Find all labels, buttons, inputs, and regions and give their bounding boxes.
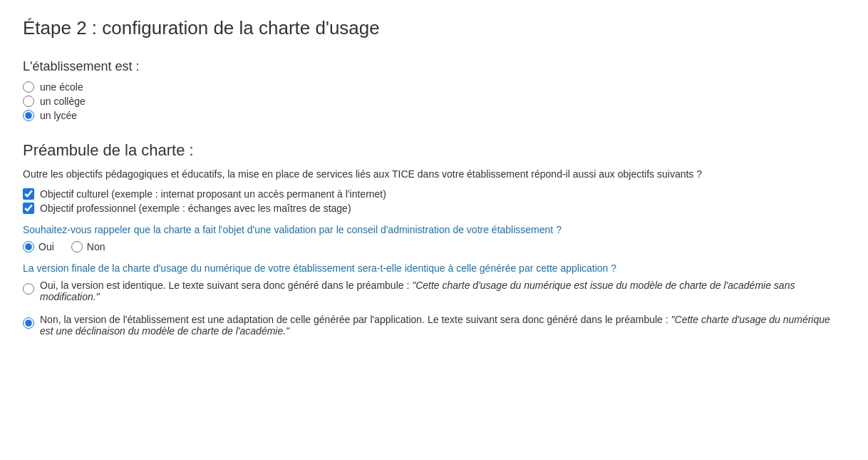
objectif-professionnel-item[interactable]: Objectif professionnel (exemple : échang… xyxy=(23,203,845,214)
objectif-professionnel-label: Objectif professionnel (exemple : échang… xyxy=(40,203,351,214)
etablissement-radio-group: une école un collège un lycée xyxy=(23,81,845,121)
objectif-professionnel-checkbox[interactable] xyxy=(23,203,34,214)
etablissement-ecole-label: une école xyxy=(40,81,83,93)
etablissement-label: L'établissement est : xyxy=(23,59,845,74)
version-adaptation-item[interactable] xyxy=(23,315,34,329)
objectifs-question: Outre les objectifs pédagogiques et éduc… xyxy=(23,168,845,180)
version-identique-radio[interactable] xyxy=(23,283,34,295)
validation-non-label: Non xyxy=(87,241,105,252)
validation-oui-label: Oui xyxy=(38,241,54,252)
etablissement-option-ecole[interactable]: une école xyxy=(23,81,845,93)
etablissement-section: L'établissement est : une école un collè… xyxy=(23,59,845,121)
etablissement-option-lycee[interactable]: un lycée xyxy=(23,110,845,121)
etablissement-radio-college[interactable] xyxy=(23,96,34,107)
validation-radio-group: Oui Non xyxy=(23,241,845,252)
etablissement-college-label: un collège xyxy=(40,96,86,107)
version-adaptation-block: Non, la version de l'établissement est u… xyxy=(23,314,845,337)
preambule-section: Préambule de la charte : Outre les objec… xyxy=(23,141,845,341)
etablissement-radio-lycee[interactable] xyxy=(23,110,34,121)
objectif-culturel-label: Objectif culturel (exemple : internat pr… xyxy=(40,188,386,200)
objectifs-checkbox-group: Objectif culturel (exemple : internat pr… xyxy=(23,188,845,214)
validation-non-radio[interactable] xyxy=(71,241,83,252)
version-adaptation-text: Non, la version de l'établissement est u… xyxy=(40,314,845,337)
objectif-culturel-item[interactable]: Objectif culturel (exemple : internat pr… xyxy=(23,188,845,200)
preambule-title: Préambule de la charte : xyxy=(23,141,845,160)
objectif-culturel-checkbox[interactable] xyxy=(23,188,34,200)
page-title: Étape 2 : configuration de la charte d'u… xyxy=(23,17,845,39)
version-identique-text: Oui, la version est identique. Le texte … xyxy=(40,280,845,302)
version-identique-label: Oui, la version est identique. Le texte … xyxy=(40,280,412,291)
etablissement-radio-ecole[interactable] xyxy=(23,81,34,93)
version-adaptation-label: Non, la version de l'établissement est u… xyxy=(40,314,671,325)
etablissement-lycee-label: un lycée xyxy=(40,110,77,121)
version-radio-group: Oui, la version est identique. Le texte … xyxy=(23,280,845,341)
version-adaptation-radio[interactable] xyxy=(23,317,34,329)
etablissement-option-college[interactable]: un collège xyxy=(23,96,845,107)
validation-oui-radio[interactable] xyxy=(23,241,34,252)
version-identique-block: Oui, la version est identique. Le texte … xyxy=(23,280,845,302)
validation-non-item[interactable]: Non xyxy=(71,241,105,252)
validation-oui-item[interactable]: Oui xyxy=(23,241,54,252)
version-question: La version finale de la charte d'usage d… xyxy=(23,262,845,274)
validation-question: Souhaitez-vous rappeler que la charte a … xyxy=(23,224,845,235)
version-identique-item[interactable] xyxy=(23,281,34,295)
